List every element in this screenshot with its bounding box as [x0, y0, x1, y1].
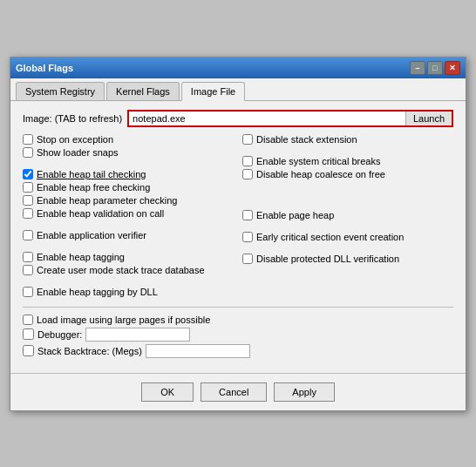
cb-heap-tail-checking-input[interactable]: [23, 169, 33, 179]
cb-debugger-input[interactable]: [23, 328, 34, 340]
cb-user-mode-stack-trace-label: Create user mode stack trace database: [37, 265, 205, 275]
cb-disable-protected-dll-input[interactable]: [242, 254, 253, 264]
cb-heap-tail-checking-label: Enable heap tail checking: [37, 169, 146, 179]
cb-heap-tagging-dll-input[interactable]: [23, 287, 33, 297]
cb-heap-tagging: Enable heap tagging: [23, 252, 234, 262]
cb-heap-validation-on-call-label: Enable heap validation on call: [37, 208, 164, 219]
cb-heap-tagging-dll-label: Enable heap tagging by DLL: [37, 287, 158, 297]
cb-show-loader-snaps: Show loader snaps: [23, 147, 234, 158]
launch-button[interactable]: Launch: [405, 112, 452, 125]
window-title: Global Flags: [16, 63, 73, 73]
cb-app-verifier: Enable application verifier: [23, 230, 234, 240]
image-label: Image: (TAB to refresh): [23, 113, 122, 124]
cb-heap-tagging-label: Enable heap tagging: [37, 252, 125, 262]
cb-heap-free-checking-label: Enable heap free checking: [37, 182, 150, 193]
tab-system-registry[interactable]: System Registry: [16, 82, 105, 100]
cb-disable-stack-extension-label: Disable stack extension: [256, 134, 357, 145]
cb-stop-on-exception-label: Stop on exception: [37, 134, 113, 145]
cb-heap-free-checking-input[interactable]: [23, 182, 33, 193]
cb-system-critical-breaks-input[interactable]: [242, 156, 253, 166]
cb-large-pages-input[interactable]: [23, 315, 33, 325]
cb-enable-page-heap-input[interactable]: [242, 210, 253, 220]
minimize-button[interactable]: –: [410, 61, 425, 75]
image-input-wrapper: Launch: [127, 110, 453, 127]
cb-disable-protected-dll-label: Disable protected DLL verification: [256, 254, 399, 264]
cb-system-critical-breaks-label: Enable system critical breaks: [256, 156, 380, 166]
cb-user-mode-stack-trace: Create user mode stack trace database: [23, 265, 234, 275]
cb-app-verifier-label: Enable application verifier: [37, 230, 146, 240]
ok-button[interactable]: OK: [141, 382, 194, 402]
title-bar-buttons: – □ ✕: [410, 61, 460, 75]
cb-early-critical-section: Early critical section event creation: [242, 232, 453, 242]
close-button[interactable]: ✕: [445, 61, 460, 75]
cb-early-critical-section-label: Early critical section event creation: [256, 232, 404, 242]
footer: OK Cancel Apply: [10, 373, 466, 410]
debugger-label: Debugger:: [37, 329, 82, 340]
image-row: Image: (TAB to refresh) Launch: [23, 110, 453, 127]
cb-disable-stack-extension-input[interactable]: [242, 134, 253, 145]
cb-show-loader-snaps-input[interactable]: [23, 147, 33, 158]
cancel-button[interactable]: Cancel: [201, 382, 267, 402]
global-flags-window: Global Flags – □ ✕ System Registry Kerne…: [10, 57, 466, 411]
cb-heap-parameter-checking: Enable heap parameter checking: [23, 195, 234, 206]
debugger-text-input[interactable]: [85, 328, 190, 342]
maximize-button[interactable]: □: [427, 61, 443, 75]
cb-user-mode-stack-trace-input[interactable]: [23, 265, 33, 275]
cb-system-critical-breaks: Enable system critical breaks: [242, 156, 453, 166]
cb-large-pages-label: Load image using large pages if possible: [37, 315, 210, 325]
title-bar: Global Flags – □ ✕: [10, 58, 466, 78]
cb-heap-tagging-dll: Enable heap tagging by DLL: [23, 287, 234, 297]
stack-backtrace-row: Stack Backtrace: (Megs): [23, 344, 453, 358]
debugger-row: Debugger:: [23, 328, 453, 342]
cb-disable-protected-dll: Disable protected DLL verification: [242, 254, 453, 264]
cb-heap-tagging-input[interactable]: [23, 252, 33, 262]
cb-heap-validation-on-call: Enable heap validation on call: [23, 208, 234, 219]
cb-large-pages: Load image using large pages if possible: [23, 315, 453, 325]
apply-button[interactable]: Apply: [274, 382, 335, 402]
bottom-section: Load image using large pages if possible…: [23, 315, 453, 358]
cb-heap-tail-checking: Enable heap tail checking: [23, 169, 234, 179]
cb-heap-validation-on-call-input[interactable]: [23, 208, 33, 219]
right-column: Disable stack extension Enable system cr…: [234, 134, 453, 300]
cb-early-critical-section-input[interactable]: [242, 232, 253, 242]
tab-image-file[interactable]: Image File: [181, 82, 245, 101]
stack-backtrace-text-input[interactable]: [146, 344, 250, 358]
tab-kernel-flags[interactable]: Kernel Flags: [106, 82, 180, 100]
cb-heap-parameter-checking-input[interactable]: [23, 195, 33, 206]
content-area: Image: (TAB to refresh) Launch Stop on e…: [10, 101, 466, 369]
cb-enable-page-heap: Enable page heap: [242, 210, 453, 220]
cb-heap-parameter-checking-label: Enable heap parameter checking: [37, 195, 177, 206]
cb-stack-backtrace-input[interactable]: [23, 345, 34, 356]
separator: [23, 307, 453, 308]
left-column: Stop on exception Show loader snaps Enab…: [23, 134, 234, 300]
cb-enable-page-heap-label: Enable page heap: [256, 210, 334, 220]
cb-disable-stack-extension: Disable stack extension: [242, 134, 453, 145]
image-input[interactable]: [129, 112, 405, 125]
cb-stop-on-exception: Stop on exception: [23, 134, 234, 145]
stack-backtrace-label: Stack Backtrace: (Megs): [37, 346, 142, 356]
cb-app-verifier-input[interactable]: [23, 230, 33, 240]
cb-disable-heap-coalesce: Disable heap coalesce on free: [242, 169, 453, 179]
cb-heap-free-checking: Enable heap free checking: [23, 182, 234, 193]
tab-bar: System Registry Kernel Flags Image File: [10, 78, 466, 101]
cb-show-loader-snaps-label: Show loader snaps: [37, 147, 119, 158]
cb-stop-on-exception-input[interactable]: [23, 134, 33, 145]
cb-disable-heap-coalesce-label: Disable heap coalesce on free: [256, 169, 385, 179]
options-columns: Stop on exception Show loader snaps Enab…: [23, 134, 453, 300]
cb-disable-heap-coalesce-input[interactable]: [242, 169, 253, 179]
